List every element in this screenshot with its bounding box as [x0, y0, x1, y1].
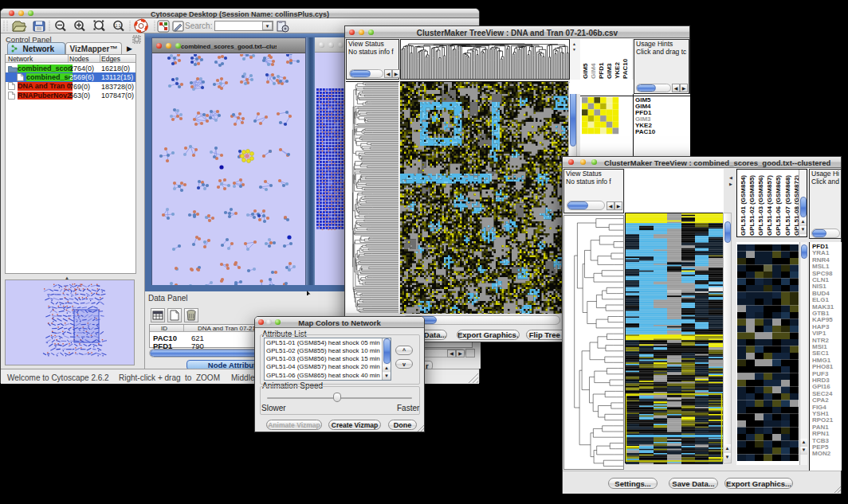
svg-text:GPL51-03 (GSM856): GPL51-03 (GSM856): [757, 175, 764, 236]
svg-text:GIM4: GIM4: [590, 63, 597, 79]
svg-text:GPL51-07 (GSM868): GPL51-07 (GSM868): [784, 175, 791, 236]
svg-text:YKE2: YKE2: [614, 62, 621, 79]
svg-text:GPL51-02 (GSM855): GPL51-02 (GSM855): [748, 175, 756, 236]
svg-text:GIM3: GIM3: [606, 63, 613, 79]
svg-text:GPL51-08 (GSM872): GPL51-08 (GSM872): [793, 175, 799, 236]
svg-text:GPL51-01 (GSM854): GPL51-01 (GSM854): [740, 175, 747, 236]
svg-text:GPL51-04 (GSM857): GPL51-04 (GSM857): [766, 175, 773, 236]
svg-text:GIM5: GIM5: [582, 63, 589, 79]
svg-text:PFD1: PFD1: [598, 62, 605, 79]
svg-text:PAC10: PAC10: [622, 58, 629, 79]
svg-text:1:1: 1:1: [116, 23, 121, 28]
svg-text:GPL51-06 (GSM865): GPL51-06 (GSM865): [775, 175, 782, 236]
